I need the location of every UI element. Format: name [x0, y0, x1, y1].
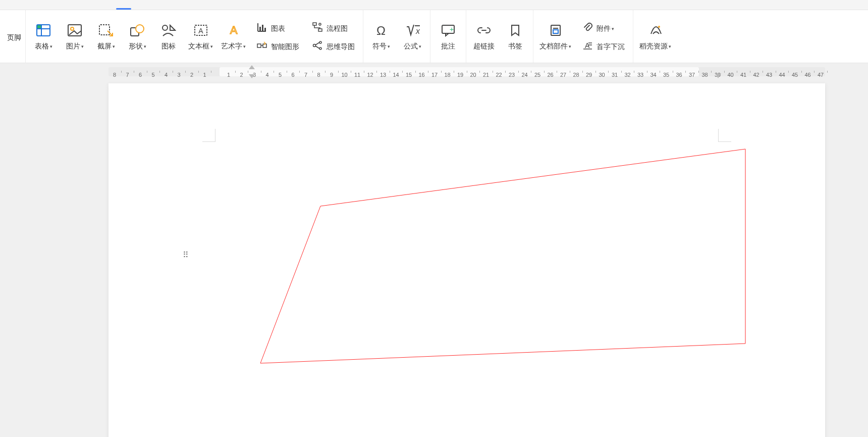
- equation-icon: x: [405, 22, 420, 39]
- bookmark-icon: [508, 22, 523, 39]
- chart-button[interactable]: 图表: [251, 19, 304, 35]
- ruler-number: 8: [113, 72, 116, 78]
- ruler-number: 30: [599, 72, 605, 78]
- ruler-number: 17: [431, 72, 438, 78]
- chevron-down-icon: ▾: [569, 44, 571, 49]
- ruler-number: 28: [573, 72, 579, 78]
- ruler-number: 5: [279, 72, 282, 78]
- wordart-button[interactable]: A 艺术字▾: [218, 15, 249, 58]
- ruler-number: 16: [418, 72, 424, 78]
- shape-icon: [130, 22, 145, 39]
- ruler-number: 2: [190, 72, 193, 78]
- label: 图表: [271, 24, 285, 33]
- ruler-number: 7: [304, 72, 307, 78]
- ruler-number: 10: [341, 72, 347, 78]
- active-tab-underline: [116, 8, 131, 10]
- screenshot-icon: [98, 22, 114, 39]
- svg-rect-22: [313, 23, 316, 25]
- ruler-number: 42: [753, 72, 759, 78]
- hyperlink-button[interactable]: 超链接: [469, 15, 499, 58]
- table-button[interactable]: 表格▾: [29, 15, 58, 58]
- horizontal-ruler[interactable]: 8765432112345678910111213141516171819202…: [108, 67, 825, 76]
- right-indent-marker[interactable]: [715, 73, 721, 78]
- parallelogram-shape[interactable]: [108, 83, 825, 437]
- ruler-number: 21: [483, 72, 489, 78]
- svg-rect-23: [318, 29, 322, 31]
- document-page[interactable]: ⠿: [108, 83, 825, 437]
- ruler-number: 27: [560, 72, 566, 78]
- icon-button[interactable]: 图标: [154, 15, 183, 58]
- dropcap-button[interactable]: A 首字下沉: [576, 37, 630, 54]
- svg-rect-18: [264, 28, 266, 31]
- svg-marker-10: [170, 25, 175, 30]
- ruler-number: 41: [740, 72, 746, 78]
- ruler-number: 14: [393, 72, 399, 78]
- flowchart-button[interactable]: 流程图: [306, 19, 360, 35]
- ruler-number: 38: [701, 72, 708, 78]
- svg-text:A: A: [230, 24, 237, 36]
- svg-text:+: +: [450, 25, 454, 33]
- chevron-down-icon: ▾: [81, 44, 84, 49]
- label: 附件: [596, 24, 611, 33]
- ruler-number: 9: [330, 72, 333, 78]
- label: 首字下沉: [596, 42, 625, 52]
- svg-text:Ω: Ω: [376, 24, 386, 37]
- attachment-button[interactable]: 附件 ▾: [576, 19, 630, 35]
- label: 文档部件: [539, 42, 568, 51]
- screenshot-button[interactable]: 截屏▾: [91, 15, 121, 58]
- picture-button[interactable]: 图片▾: [60, 15, 89, 58]
- ruler-number: 29: [586, 72, 592, 78]
- label: 页脚: [7, 33, 21, 42]
- workspace: 8765432112345678910111213141516171819202…: [0, 63, 868, 437]
- equation-button[interactable]: x 公式▾: [398, 15, 427, 58]
- label: 公式: [404, 42, 418, 51]
- ruler-number: 1: [227, 72, 230, 78]
- ruler-number: 6: [291, 72, 294, 78]
- mindmap-button[interactable]: 思维导图: [306, 37, 360, 54]
- label: 形状: [129, 42, 143, 51]
- icons-icon: [161, 22, 176, 39]
- svg-text:x: x: [415, 27, 420, 35]
- chevron-down-icon: ▾: [669, 44, 671, 49]
- chevron-down-icon: ▾: [419, 44, 421, 49]
- svg-line-28: [315, 42, 319, 45]
- symbol-button[interactable]: Ω 符号▾: [366, 15, 396, 58]
- header-footer-button[interactable]: 页脚: [6, 15, 22, 58]
- ruler-number: 19: [457, 72, 463, 78]
- chevron-down-icon: ▾: [50, 44, 52, 49]
- shape-button[interactable]: 形状▾: [123, 15, 152, 58]
- ruler-number: 44: [779, 72, 785, 78]
- ruler-number: 12: [367, 72, 373, 78]
- ruler-number: 5: [151, 72, 154, 78]
- ruler-number: 33: [637, 72, 643, 78]
- ruler-number: 47: [818, 72, 824, 78]
- label: 截屏: [97, 42, 112, 51]
- svg-text:A: A: [198, 27, 203, 35]
- comment-button[interactable]: + 批注: [433, 15, 463, 58]
- svg-point-25: [313, 44, 316, 47]
- label: 思维导图: [327, 42, 355, 52]
- label: 图片: [66, 42, 80, 51]
- svg-point-5: [71, 27, 74, 30]
- svg-point-24: [319, 23, 321, 25]
- textbox-button[interactable]: A 文本框▾: [185, 15, 216, 58]
- docer-resource-button[interactable]: 稻壳资源▾: [636, 15, 674, 58]
- smartshape-button[interactable]: 智能图形: [251, 37, 304, 54]
- bookmark-button[interactable]: 书签: [501, 15, 530, 58]
- picture-icon: [67, 22, 82, 39]
- chevron-down-icon: ▾: [388, 44, 390, 49]
- label: 智能图形: [271, 42, 299, 52]
- ruler-number: 24: [521, 72, 527, 78]
- svg-rect-17: [262, 25, 263, 31]
- svg-rect-3: [37, 25, 41, 28]
- label: 艺术字: [221, 42, 242, 51]
- chart-icon: [256, 21, 268, 33]
- label: 图标: [161, 42, 176, 51]
- svg-rect-16: [259, 27, 261, 31]
- docparts-button[interactable]: 文档部件▾: [536, 15, 574, 58]
- ruler-number: 22: [496, 72, 502, 78]
- left-indent-marker[interactable]: [249, 74, 255, 78]
- paperclip-icon: [581, 21, 593, 33]
- first-line-indent-marker[interactable]: [249, 65, 255, 69]
- svg-rect-19: [257, 44, 261, 47]
